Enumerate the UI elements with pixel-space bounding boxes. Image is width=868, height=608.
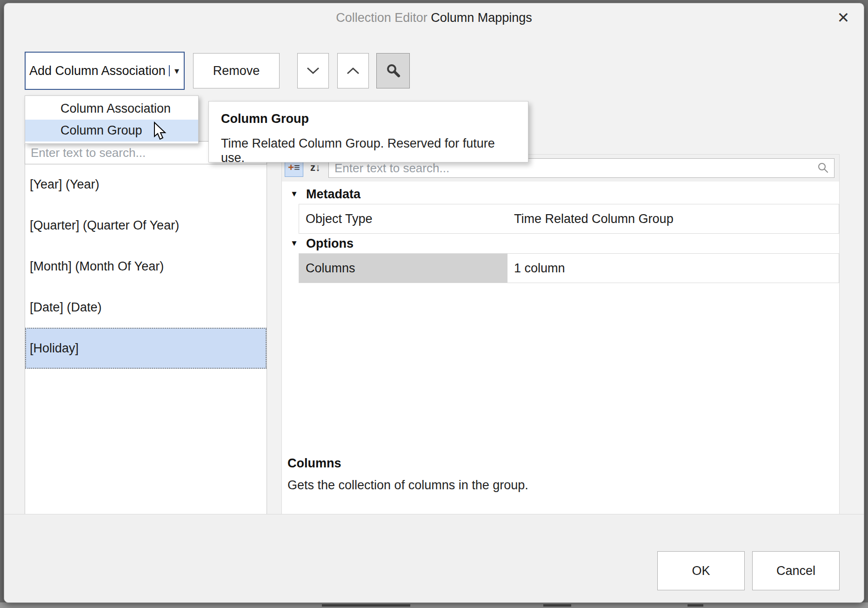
dialog-title: Collection Editor Column Mappings <box>4 11 864 25</box>
background-artifact <box>322 604 410 607</box>
add-column-association-label[interactable]: Add Column Association <box>26 64 169 78</box>
dialog-title-prefix: Collection Editor <box>336 11 431 25</box>
property-row-object-type[interactable]: Object Type Time Related Column Group <box>282 204 839 234</box>
close-button[interactable]: ✕ <box>830 6 856 29</box>
property-value-columns[interactable]: 1 column <box>507 253 839 283</box>
property-grid: +≡ z↓ ▼ Metadata Object Type Time Relate… <box>281 154 840 515</box>
menu-item-column-group[interactable]: Column Group <box>25 120 198 142</box>
background-artifact <box>543 604 571 607</box>
property-value-object-type[interactable]: Time Related Column Group <box>507 204 839 234</box>
caret-down-icon: ▾ <box>174 65 179 76</box>
ok-button[interactable]: OK <box>657 551 745 590</box>
search-icon <box>385 63 401 79</box>
collapse-triangle-icon[interactable]: ▼ <box>290 189 300 199</box>
background-artifact <box>688 604 703 607</box>
column-group-tooltip: Column Group Time Related Column Group. … <box>208 101 528 162</box>
search-icon <box>817 162 829 174</box>
move-down-button[interactable] <box>297 53 329 88</box>
list-item-date[interactable]: [Date] (Date) <box>25 287 267 328</box>
column-mappings-list: [Year] (Year) [Quarter] (Quarter Of Year… <box>25 163 267 515</box>
title-bar[interactable]: Collection Editor Column Mappings ✕ <box>4 3 864 32</box>
property-description-title: Columns <box>287 456 528 471</box>
list-item-year[interactable]: [Year] (Year) <box>25 164 267 205</box>
remove-button[interactable]: Remove <box>193 53 280 88</box>
move-up-button[interactable] <box>337 53 369 88</box>
tooltip-text: Time Related Column Group. Reserved for … <box>221 136 516 165</box>
add-column-association-button[interactable]: Add Column Association ▾ <box>25 52 185 90</box>
category-options[interactable]: ▼ Options <box>282 234 839 253</box>
list-item-quarter[interactable]: [Quarter] (Quarter Of Year) <box>25 205 267 246</box>
add-dropdown-arrow[interactable]: ▾ <box>169 65 184 76</box>
category-metadata-label: Metadata <box>306 187 361 202</box>
property-description: Columns Gets the collection of columns i… <box>287 456 528 493</box>
property-name-object-type[interactable]: Object Type <box>299 204 508 234</box>
dialog-title-main: Column Mappings <box>431 11 532 25</box>
collapse-triangle-icon[interactable]: ▼ <box>290 239 300 248</box>
category-metadata[interactable]: ▼ Metadata <box>282 184 839 204</box>
property-row-columns[interactable]: Columns 1 column <box>282 253 839 283</box>
mouse-cursor-icon <box>153 122 169 144</box>
chevron-up-icon <box>346 67 360 75</box>
list-item-month[interactable]: [Month] (Month Of Year) <box>25 246 267 287</box>
remove-label: Remove <box>213 64 260 78</box>
list-item-holiday[interactable]: [Holiday] <box>25 328 267 369</box>
menu-item-column-association[interactable]: Column Association <box>25 98 198 120</box>
add-dropdown-menu: Column Association Column Group <box>25 95 199 144</box>
close-icon: ✕ <box>837 9 850 27</box>
category-options-label: Options <box>306 236 354 251</box>
cancel-label: Cancel <box>776 564 815 578</box>
tooltip-title: Column Group <box>221 112 516 126</box>
cancel-button[interactable]: Cancel <box>752 551 840 590</box>
collection-editor-dialog: Collection Editor Column Mappings ✕ Add … <box>4 3 864 603</box>
screen: Collection Editor Column Mappings ✕ Add … <box>0 0 868 608</box>
background-app-strip <box>0 602 868 608</box>
toggle-search-button[interactable] <box>376 53 410 88</box>
chevron-down-icon <box>306 67 320 75</box>
ok-label: OK <box>692 564 710 578</box>
property-name-columns[interactable]: Columns <box>299 253 508 283</box>
property-description-text: Gets the collection of columns in the gr… <box>287 478 528 493</box>
